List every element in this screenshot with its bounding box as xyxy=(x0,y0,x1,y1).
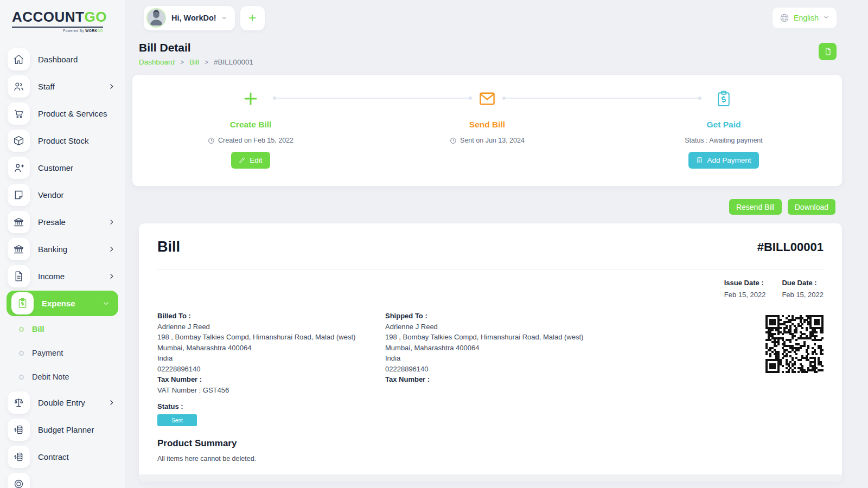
due-date-label: Due Date : xyxy=(782,279,824,287)
chevron-right-icon xyxy=(108,83,115,90)
sidebar-item-income[interactable]: Income xyxy=(0,262,125,290)
envelope-icon xyxy=(369,90,605,107)
file-text-icon xyxy=(8,265,30,287)
bill-card-header: Bill #BILL00001 xyxy=(157,239,824,255)
bill-workflow-card: Create Bill Created on Feb 15, 2022 Edit… xyxy=(132,75,842,186)
document-icon xyxy=(824,47,832,56)
step-meta: Status : Awaiting payment xyxy=(605,137,842,144)
divider xyxy=(157,269,824,270)
logo-text: ACCOUNTGO xyxy=(12,9,114,25)
bill-addresses: Billed To : Adrienne J Reed 198 , Bombay… xyxy=(157,311,824,395)
chevron-right-icon xyxy=(108,273,115,280)
edit-bill-button[interactable]: Edit xyxy=(231,152,270,169)
breadcrumb-bill-link[interactable]: Bill xyxy=(189,58,199,66)
bill-heading: Bill xyxy=(157,239,180,255)
status-badge: Sent xyxy=(157,414,197,426)
add-workspace-button[interactable]: + xyxy=(240,6,265,30)
coins-dollar-icon xyxy=(8,419,30,441)
bullet-icon xyxy=(19,351,24,356)
bill-qr-code xyxy=(765,315,824,373)
chevron-down-icon xyxy=(103,300,110,307)
breadcrumb-dashboard-link[interactable]: Dashboard xyxy=(139,58,175,66)
sidebar-item-staff[interactable]: Staff xyxy=(0,73,125,100)
bank-icon xyxy=(8,238,30,260)
sidebar-item-product-services[interactable]: Product & Services xyxy=(0,100,125,127)
due-date-value: Feb 15, 2022 xyxy=(782,291,824,299)
pencil-icon xyxy=(239,157,246,164)
clock-icon xyxy=(450,137,457,144)
profile-menu[interactable]: Hi, WorkDo! xyxy=(144,6,235,30)
page-title: Bill Detail xyxy=(139,41,842,54)
chevron-down-icon xyxy=(221,15,227,21)
globe-icon xyxy=(780,13,789,23)
add-payment-button[interactable]: Add Payment xyxy=(688,152,758,169)
app-logo[interactable]: ACCOUNTGO Powered By WORKDO xyxy=(0,0,125,36)
bank-icon xyxy=(8,211,30,233)
cart-icon xyxy=(8,102,30,125)
chevron-right-icon xyxy=(108,246,115,253)
breadcrumb-current: #BILL00001 xyxy=(214,58,253,66)
expense-clipboard-icon xyxy=(11,292,34,314)
powered-by-text: Powered By WORKDO xyxy=(12,29,103,33)
bullet-icon xyxy=(19,327,24,332)
topbar: Hi, WorkDo! + English xyxy=(132,5,842,30)
breadcrumb: Dashboard > Bill > #BILL00001 xyxy=(139,58,842,66)
sidebar-item-dashboard[interactable]: Dashboard xyxy=(0,46,125,73)
sidebar-item-budget-planner[interactable]: Budget Planner xyxy=(0,416,125,443)
step-title: Get Paid xyxy=(605,120,842,130)
bill-actions-row: Resend Bill Download xyxy=(132,199,842,215)
sidebar-item-contract[interactable]: Contract xyxy=(0,443,125,470)
download-bill-button[interactable]: Download xyxy=(788,199,835,215)
sidebar-item-banking[interactable]: Banking xyxy=(0,235,125,262)
qr-code-wrap xyxy=(765,311,824,395)
due-date-block: Due Date : Feb 15, 2022 xyxy=(782,279,824,299)
sidebar-item-partial[interactable] xyxy=(0,470,125,488)
issue-date-value: Feb 15, 2022 xyxy=(724,291,766,299)
status-label: Status : xyxy=(157,402,824,410)
chevron-down-icon xyxy=(823,13,829,23)
product-table-header: Price xyxy=(139,474,842,481)
step-meta: Created on Feb 15, 2022 xyxy=(132,137,369,144)
sidebar-subitem-payment[interactable]: Payment xyxy=(0,341,125,365)
sidebar-item-double-entry[interactable]: Double Entry xyxy=(0,389,125,416)
paid-clipboard-icon xyxy=(605,90,842,107)
sidebar-subitem-bill[interactable]: Bill xyxy=(0,317,125,341)
sidebar-item-presale[interactable]: Presale xyxy=(0,208,125,235)
page-header: Bill Detail Dashboard > Bill > #BILL0000… xyxy=(132,41,842,66)
note-icon xyxy=(8,184,30,206)
sidebar-subitem-debit-note[interactable]: Debit Note xyxy=(0,365,125,389)
step-send-bill: Send Bill Sent on Jun 13, 2024 xyxy=(369,75,605,186)
main-content: Hi, WorkDo! + English Bill Detail Dashbo… xyxy=(125,0,868,488)
bill-detail-card: Bill #BILL00001 Issue Date : Feb 15, 202… xyxy=(139,223,842,481)
bill-dates: Issue Date : Feb 15, 2022 Due Date : Feb… xyxy=(157,279,824,299)
sidebar-item-product-stock[interactable]: Product Stock xyxy=(0,127,125,154)
goal-icon xyxy=(8,473,30,488)
language-selector[interactable]: English xyxy=(773,8,837,28)
chevron-right-icon xyxy=(108,219,115,226)
step-create-bill: Create Bill Created on Feb 15, 2022 Edit xyxy=(132,75,369,186)
product-summary-title: Product Summary xyxy=(157,438,824,449)
home-icon xyxy=(8,48,30,70)
plus-icon xyxy=(132,90,369,107)
chevron-right-icon xyxy=(108,399,115,406)
user-plus-icon xyxy=(8,157,30,179)
clock-icon xyxy=(208,137,215,144)
step-title: Send Bill xyxy=(369,120,605,130)
breadcrumb-separator: > xyxy=(205,59,208,66)
sidebar-menu: Dashboard Staff Product & Services Produ… xyxy=(0,46,125,488)
sidebar-item-vendor[interactable]: Vendor xyxy=(0,181,125,208)
cube-icon xyxy=(8,130,30,152)
resend-bill-button[interactable]: Resend Bill xyxy=(729,199,782,215)
sidebar: ACCOUNTGO Powered By WORKDO Dashboard St… xyxy=(0,0,125,488)
step-title: Create Bill xyxy=(132,120,369,130)
print-bill-button[interactable] xyxy=(819,43,837,60)
sidebar-item-expense[interactable]: Expense xyxy=(7,291,118,316)
breadcrumb-separator: > xyxy=(180,59,184,66)
coins-dollar-icon xyxy=(8,446,30,468)
product-summary-note: All items here cannot be deleted. xyxy=(157,455,824,463)
logo-underline xyxy=(12,27,103,28)
shipped-to-block: Shipped To : Adrienne J Reed 198 , Bomba… xyxy=(385,311,613,395)
scale-icon xyxy=(8,391,30,414)
bill-number: #BILL00001 xyxy=(757,240,824,254)
sidebar-item-customer[interactable]: Customer xyxy=(0,154,125,181)
